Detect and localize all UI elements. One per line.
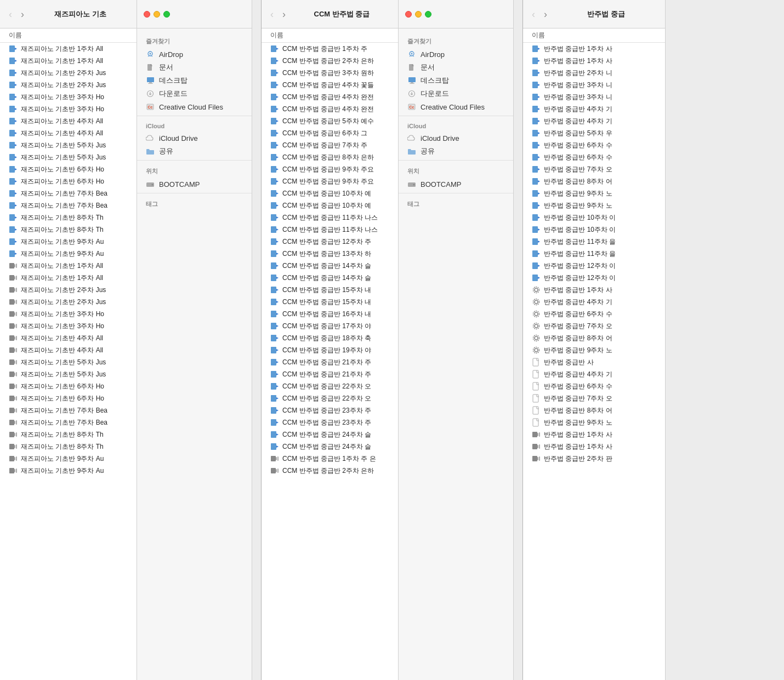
file-item[interactable]: 반주법 중급반 6주차 수 <box>523 139 665 151</box>
file-item[interactable]: 재즈피아노 기초반 9주차 Au <box>0 453 137 465</box>
file-item[interactable]: 재즈피아노 기초반 8주차 Th <box>0 224 137 236</box>
file-item[interactable]: 반주법 중급반 7주차 오 <box>523 163 665 175</box>
file-item[interactable]: 재즈피아노 기초반 6주차 Ho <box>0 392 137 404</box>
file-item[interactable]: CCM 반주법 중급반 23주차 주 <box>262 404 398 416</box>
file-item[interactable]: 재즈피아노 기초반 7주차 Bea <box>0 187 137 199</box>
file-item[interactable]: 반주법 중급반 10주차 이 <box>523 224 665 236</box>
file-item[interactable]: 재즈피아노 기초반 6주차 Ho <box>0 175 137 187</box>
file-item[interactable]: 반주법 중급반 4주차 기 <box>523 103 665 115</box>
file-item[interactable]: CCM 반주법 중급반 13주차 하 <box>262 248 398 260</box>
file-item[interactable]: 반주법 중급반 사 <box>523 356 665 368</box>
file-item[interactable]: 재즈피아노 기초반 3주차 Ho <box>0 308 137 320</box>
file-list-3[interactable]: 반주법 중급반 1주차 사반주법 중급반 1주차 사반주법 중급반 2주차 니반… <box>523 43 665 680</box>
file-item[interactable]: 재즈피아노 기초반 7주차 Bea <box>0 416 137 428</box>
file-item[interactable]: CCM 반주법 중급반 11주차 나스 <box>262 224 398 236</box>
file-item[interactable]: 반주법 중급반 4주차 기 <box>523 368 665 380</box>
file-item[interactable]: 재즈피아노 기초반 2주차 Jus <box>0 79 137 91</box>
file-item[interactable]: 반주법 중급반 2주차 판 <box>523 453 665 465</box>
file-list-2[interactable]: CCM 반주법 중급반 1주차 주CCM 반주법 중급반 2주차 은하CCM 반… <box>262 43 398 680</box>
file-item[interactable]: 반주법 중급반 11주차 을 <box>523 248 665 260</box>
file-item[interactable]: CCM 반주법 중급반 4주차 완전 <box>262 91 398 103</box>
file-item[interactable]: 반주법 중급반 7주차 오 <box>523 320 665 332</box>
forward-button-2[interactable]: › <box>280 8 288 20</box>
file-item[interactable]: CCM 반주법 중급반 10주차 예 <box>262 187 398 199</box>
traffic-light-green-1[interactable] <box>163 11 170 18</box>
file-item[interactable]: CCM 반주법 중급반 17주차 야 <box>262 320 398 332</box>
file-item[interactable]: 반주법 중급반 8주차 어 <box>523 175 665 187</box>
file-item[interactable]: 반주법 중급반 10주차 이 <box>523 212 665 224</box>
file-item[interactable]: CCM 반주법 중급반 24주차 슬 <box>262 441 398 453</box>
file-item[interactable]: 재즈피아노 기초반 8주차 Th <box>0 428 137 441</box>
back-button-3[interactable]: ‹ <box>530 8 537 20</box>
file-item[interactable]: 반주법 중급반 6주차 수 <box>523 308 665 320</box>
file-item[interactable]: CCM 반주법 중급반 2주차 은하 <box>262 465 398 477</box>
forward-button-1[interactable]: › <box>19 8 26 20</box>
sidebar-item-desktop[interactable]: 데스크탑 <box>399 74 513 87</box>
sidebar-item-airdrop[interactable]: AirDrop <box>399 48 513 61</box>
file-item[interactable]: 반주법 중급반 3주차 니 <box>523 79 665 91</box>
file-list-1[interactable]: 재즈피아노 기초반 1주차 All재즈피아노 기초반 1주차 All재즈피아노 … <box>0 43 137 680</box>
file-item[interactable]: CCM 반주법 중급반 15주차 내 <box>262 284 398 296</box>
file-item[interactable]: 반주법 중급반 2주차 니 <box>523 67 665 79</box>
file-item[interactable]: 반주법 중급반 1주차 사 <box>523 441 665 453</box>
file-item[interactable]: CCM 반주법 중급반 24주차 슬 <box>262 428 398 441</box>
file-item[interactable]: 반주법 중급반 8주차 어 <box>523 404 665 416</box>
file-item[interactable]: CCM 반주법 중급반 19주차 야 <box>262 344 398 356</box>
file-item[interactable]: 재즈피아노 기초반 4주차 All <box>0 115 137 127</box>
sidebar-item-downloads[interactable]: 다운로드 <box>137 87 252 100</box>
file-item[interactable]: 반주법 중급반 11주차 을 <box>523 236 665 248</box>
file-item[interactable]: 재즈피아노 기초반 4주차 All <box>0 332 137 344</box>
file-item[interactable]: 재즈피아노 기초반 6주차 Ho <box>0 380 137 392</box>
file-item[interactable]: 반주법 중급반 9주차 노 <box>523 187 665 199</box>
file-item[interactable]: 재즈피아노 기초반 8주차 Th <box>0 212 137 224</box>
file-item[interactable]: 재즈피아노 기초반 1주차 All <box>0 260 137 272</box>
traffic-light-red-1[interactable] <box>144 11 150 18</box>
file-item[interactable]: CCM 반주법 중급반 6주차 그 <box>262 127 398 139</box>
file-item[interactable]: CCM 반주법 중급반 21주차 주 <box>262 356 398 368</box>
sidebar-item-shared[interactable]: 공유 <box>399 145 513 158</box>
sidebar-item-downloads[interactable]: 다운로드 <box>399 87 513 100</box>
back-button-1[interactable]: ‹ <box>7 8 14 20</box>
file-item[interactable]: 반주법 중급반 5주차 우 <box>523 127 665 139</box>
file-item[interactable]: 반주법 중급반 1주차 사 <box>523 428 665 441</box>
sidebar-item-icloud-drive[interactable]: iCloud Drive <box>137 132 252 145</box>
file-item[interactable]: 재즈피아노 기초반 1주차 All <box>0 272 137 284</box>
file-item[interactable]: 반주법 중급반 9주차 노 <box>523 416 665 428</box>
file-item[interactable]: 반주법 중급반 4주차 기 <box>523 296 665 308</box>
file-item[interactable]: 재즈피아노 기초반 6주차 Ho <box>0 163 137 175</box>
file-item[interactable]: 반주법 중급반 4주차 기 <box>523 115 665 127</box>
sidebar-item-creative-cloud[interactable]: CcCreative Cloud Files <box>399 100 513 113</box>
file-item[interactable]: 반주법 중급반 1주차 사 <box>523 284 665 296</box>
traffic-light-yellow-2[interactable] <box>415 11 422 18</box>
file-item[interactable]: CCM 반주법 중급반 1주차 주 <box>262 43 398 55</box>
traffic-light-red-2[interactable] <box>405 11 412 18</box>
file-item[interactable]: CCM 반주법 중급반 11주차 나스 <box>262 212 398 224</box>
file-item[interactable]: CCM 반주법 중급반 15주차 내 <box>262 296 398 308</box>
file-item[interactable]: CCM 반주법 중급반 1주차 주 은 <box>262 453 398 465</box>
file-item[interactable]: 반주법 중급반 3주차 니 <box>523 91 665 103</box>
file-item[interactable]: CCM 반주법 중급반 21주차 주 <box>262 368 398 380</box>
traffic-light-green-2[interactable] <box>425 11 431 18</box>
file-item[interactable]: CCM 반주법 중급반 14주차 슬 <box>262 260 398 272</box>
file-item[interactable]: 반주법 중급반 6주차 수 <box>523 151 665 163</box>
forward-button-3[interactable]: › <box>542 8 549 20</box>
sidebar-item-shared[interactable]: 공유 <box>137 145 252 158</box>
sidebar-item-desktop[interactable]: 데스크탑 <box>137 74 252 87</box>
file-item[interactable]: 반주법 중급반 9주차 노 <box>523 344 665 356</box>
sidebar-item-documents[interactable]: 문서 <box>137 61 252 74</box>
file-item[interactable]: 재즈피아노 기초반 3주차 Ho <box>0 320 137 332</box>
sidebar-item-bootcamp[interactable]: BOOTCAMP <box>137 178 252 191</box>
file-item[interactable]: 반주법 중급반 12주차 이 <box>523 260 665 272</box>
file-item[interactable]: 재즈피아노 기초반 5주차 Jus <box>0 356 137 368</box>
file-item[interactable]: 재즈피아노 기초반 5주차 Jus <box>0 139 137 151</box>
file-item[interactable]: 재즈피아노 기초반 2주차 Jus <box>0 284 137 296</box>
file-item[interactable]: 재즈피아노 기초반 5주차 Jus <box>0 368 137 380</box>
file-item[interactable]: CCM 반주법 중급반 4주차 완전 <box>262 103 398 115</box>
file-item[interactable]: 재즈피아노 기초반 4주차 All <box>0 127 137 139</box>
file-item[interactable]: 재즈피아노 기초반 1주차 All <box>0 55 137 67</box>
sidebar-item-icloud-drive[interactable]: iCloud Drive <box>399 132 513 145</box>
file-item[interactable]: 재즈피아노 기초반 2주차 Jus <box>0 296 137 308</box>
file-item[interactable]: 재즈피아노 기초반 7주차 Bea <box>0 199 137 212</box>
file-item[interactable]: CCM 반주법 중급반 22주차 오 <box>262 392 398 404</box>
file-item[interactable]: CCM 반주법 중급반 7주차 주 <box>262 139 398 151</box>
